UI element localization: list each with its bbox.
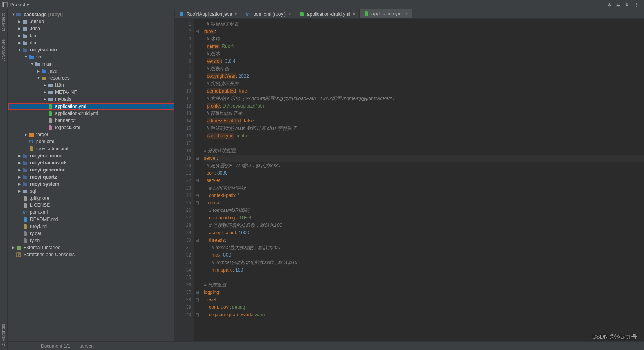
tree-item-bin[interactable]: ▶ bin — [8, 32, 174, 39]
tab-ruoyiapplication-java[interactable]: RuoYiApplication.java × — [175, 9, 242, 18]
crumb[interactable]: server: — [80, 343, 94, 349]
tab-application-druid-yml[interactable]: application-druid.yml × — [295, 9, 360, 18]
tree-twisty[interactable]: ▶ — [36, 69, 41, 73]
tree-item-scratches-and-consoles[interactable]: Scratches and Consoles — [8, 251, 174, 258]
tree-twisty[interactable]: ▶ — [24, 133, 28, 137]
more-icon[interactable]: ⋮ — [634, 2, 639, 7]
tree-item-label: mybatis — [55, 97, 71, 102]
close-icon[interactable]: × — [234, 11, 237, 17]
project-dropdown[interactable]: Project ▾ — [2, 2, 29, 7]
tree-item-ry-sh[interactable]: ry.sh — [8, 237, 174, 244]
tree-item-logback-xml[interactable]: logback.xml — [8, 124, 174, 131]
tree-item-mybatis[interactable]: ▶ mybatis — [8, 96, 174, 103]
tree-twisty[interactable]: ▶ — [17, 34, 22, 38]
tree-item-label: sql — [30, 188, 36, 194]
tree-twisty[interactable]: ▶ — [17, 41, 22, 45]
tree-item-ruoyi-common[interactable]: ▶ ruoyi-common — [8, 152, 174, 159]
mod-icon — [22, 153, 28, 159]
tree-item-label: backstage[ruoyi] — [24, 12, 63, 17]
tree-item-ruoyi-framework[interactable]: ▶ ruoyi-framework — [8, 159, 174, 166]
tree-item-label: application-druid.yml — [55, 111, 98, 116]
tree-item-banner-txt[interactable]: banner.txt — [8, 117, 174, 124]
srcdir-icon — [41, 68, 47, 74]
tab-application-yml[interactable]: application.yml × — [360, 9, 412, 18]
tree-item-license[interactable]: LICENSE — [8, 202, 174, 209]
tree-twisty[interactable]: ▶ — [17, 175, 22, 179]
tree-twisty[interactable]: ▶ — [17, 182, 22, 186]
tree-item-i18n[interactable]: ▶ i18n — [8, 82, 174, 89]
tree-item-ruoyi-system[interactable]: ▶ ruoyi-system — [8, 180, 174, 188]
tree-item--gitignore[interactable]: .gitignore — [8, 195, 174, 202]
dir-icon — [35, 61, 41, 67]
tree-item--github[interactable]: ▶ .github — [8, 18, 174, 25]
tree-item-java[interactable]: ▶ java — [8, 67, 174, 75]
tree-item-pom-xml[interactable]: m pom.xml — [8, 138, 174, 145]
tree-twisty[interactable]: ▶ — [17, 20, 22, 24]
close-icon[interactable]: × — [288, 11, 291, 17]
project-tree[interactable]: ▼ backstage[ruoyi]▶ .github▶ .idea▶ bin▶… — [8, 9, 175, 350]
tree-twisty[interactable]: ▶ — [42, 90, 47, 94]
svg-text:m: m — [23, 210, 27, 215]
tree-item-label: doc — [30, 40, 37, 46]
code-editor[interactable]: 1234567891011121314151617181920212223242… — [175, 19, 644, 350]
expand-icon[interactable]: ⇆ — [616, 2, 620, 7]
tree-item-doc[interactable]: ▶ doc — [8, 39, 174, 46]
txt-icon — [47, 117, 53, 124]
srcdir-icon — [28, 54, 35, 60]
close-icon[interactable]: × — [353, 11, 355, 17]
tree-twisty[interactable]: ▶ — [17, 27, 22, 31]
tree-item-target[interactable]: ▶ target — [8, 131, 174, 138]
tree-item-application-yml[interactable]: application.yml — [8, 103, 174, 110]
tree-item-application-druid-yml[interactable]: application-druid.yml — [8, 110, 174, 117]
tree-item--idea[interactable]: ▶ .idea — [8, 25, 174, 32]
close-icon[interactable]: × — [405, 11, 408, 16]
tree-item-readme-md[interactable]: README.md — [8, 216, 174, 223]
mod-icon — [16, 11, 22, 18]
tree-twisty[interactable]: ▶ — [42, 97, 47, 101]
tree-twisty[interactable]: ▼ — [36, 76, 41, 80]
tree-twisty[interactable]: ▼ — [11, 13, 16, 16]
watermark: CSDN @淡定九号 — [592, 334, 637, 341]
tree-item-backstage[interactable]: ▼ backstage[ruoyi] — [8, 11, 174, 18]
code-content[interactable]: # 项目相关配置ruoyi: # 名称 name: RuoYi # 版本 ver… — [200, 19, 644, 350]
tool-structure[interactable]: 7: Structure — [0, 35, 6, 66]
tree-item-ruoyi-generator[interactable]: ▶ ruoyi-generator — [8, 166, 174, 173]
tree-item-src[interactable]: ▼ src — [8, 53, 174, 60]
mod-icon — [22, 47, 28, 53]
tree-item-ruoyi-admin[interactable]: ▼ ruoyi-admin — [8, 46, 174, 53]
tree-item-resources[interactable]: ▼ resources — [8, 75, 174, 82]
tree-item-pom-xml[interactable]: m pom.xml — [8, 209, 174, 216]
tree-item-external-libraries[interactable]: ▶ External Libraries — [8, 244, 174, 251]
tree-item-label: README.md — [30, 217, 58, 222]
svg-text:m: m — [246, 11, 250, 17]
tree-twisty[interactable]: ▶ — [42, 83, 47, 87]
tree-item-label: ruoyi-framework — [30, 160, 67, 166]
lib-icon — [16, 244, 22, 251]
fold-gutter[interactable]: ⊟ ⊟ ⊟ ⊟⊟ ⊟ ⊟⊟ ⊟ — [194, 19, 200, 350]
tab-pom-xml-ruoyi-[interactable]: m pom.xml (ruoyi) × — [242, 9, 295, 18]
settings-icon[interactable]: ⚙ — [625, 2, 629, 7]
tree-twisty[interactable]: ▼ — [30, 62, 35, 66]
line-gutter: 1234567891011121314151617181920212223242… — [175, 19, 194, 350]
tree-twisty[interactable]: ▶ — [17, 154, 22, 158]
tree-item-sql[interactable]: ▶ sql — [8, 188, 174, 195]
tree-twisty[interactable]: ▶ — [17, 161, 22, 165]
svg-rect-7 — [18, 246, 20, 250]
tree-item-meta-inf[interactable]: ▶ META-INF — [8, 89, 174, 96]
tree-item-ry-bat[interactable]: ry.bat — [8, 230, 174, 237]
yml-icon — [47, 103, 53, 109]
tree-item-main[interactable]: ▼ main — [8, 60, 174, 67]
tree-twisty[interactable]: ▶ — [17, 168, 22, 172]
tool-favorites[interactable]: 2: Favorites — [0, 320, 6, 350]
target-icon — [28, 131, 35, 138]
tree-item-ruoyi-admin-iml[interactable]: ruoyi-admin.iml — [8, 145, 174, 152]
tree-twisty[interactable]: ▶ — [17, 189, 22, 193]
tool-project[interactable]: 1: Project — [0, 9, 6, 35]
tree-item-ruoyi-quartz[interactable]: ▶ ruoyi-quartz — [8, 173, 174, 180]
tree-twisty[interactable]: ▼ — [24, 55, 28, 59]
tree-twisty[interactable]: ▼ — [17, 48, 22, 52]
tree-twisty[interactable]: ▶ — [11, 246, 16, 250]
tree-item-ruoyi-iml[interactable]: ruoyi.iml — [8, 223, 174, 230]
locate-icon[interactable]: ⊕ — [607, 2, 611, 7]
tree-item-label: pom.xml — [30, 210, 48, 215]
